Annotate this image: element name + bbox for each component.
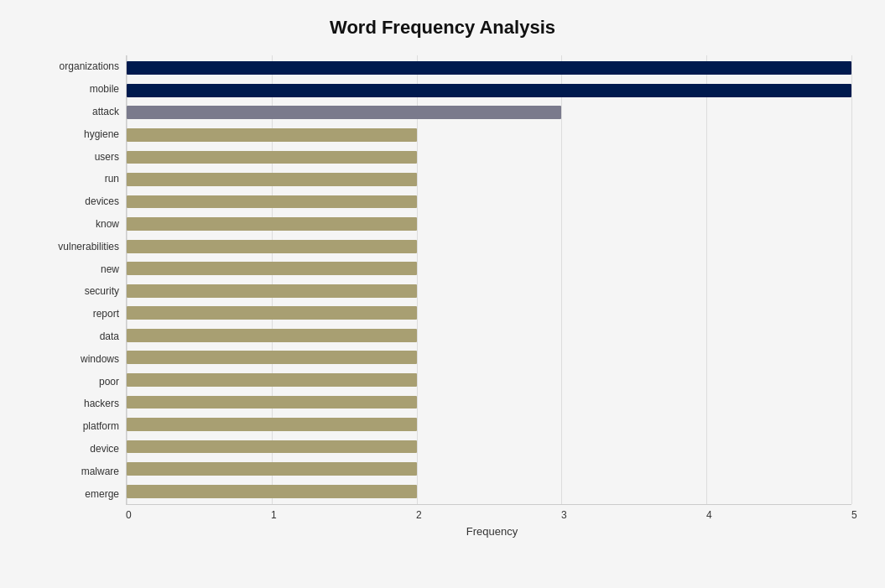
x-axis-tick-label: 5 xyxy=(851,509,857,521)
y-label: vulnerabilities xyxy=(58,242,119,252)
bar-row xyxy=(127,57,851,80)
bar xyxy=(127,240,417,253)
bar xyxy=(127,128,417,142)
bar-row xyxy=(127,325,851,347)
x-axis-tick-label: 4 xyxy=(706,509,712,521)
y-label: data xyxy=(100,331,119,341)
bar xyxy=(127,462,417,476)
x-axis-tick-label: 2 xyxy=(416,509,422,521)
bar-row xyxy=(127,458,851,481)
bar xyxy=(127,351,417,364)
bar xyxy=(127,217,417,231)
x-axis-tick-label: 1 xyxy=(271,509,277,521)
y-label: attack xyxy=(92,107,119,117)
y-label: security xyxy=(85,286,119,296)
y-label: users xyxy=(95,152,119,162)
bar xyxy=(127,485,417,498)
bar-row xyxy=(127,235,851,258)
bar xyxy=(127,151,417,164)
bar-row xyxy=(127,369,851,392)
y-labels: organizationsmobileattackhygieneusersrun… xyxy=(34,55,126,505)
y-label: hackers xyxy=(84,398,119,408)
bar-row xyxy=(127,435,851,458)
bar-row xyxy=(127,414,851,436)
bar-row xyxy=(127,80,851,102)
bar-row xyxy=(127,190,851,213)
bar xyxy=(127,329,417,342)
y-label: platform xyxy=(83,421,119,431)
y-label: devices xyxy=(85,196,119,206)
x-axis-title: Frequency xyxy=(133,525,851,538)
bar xyxy=(127,306,417,320)
y-label: poor xyxy=(99,377,119,387)
chart-container: Word Frequency Analysis organizationsmob… xyxy=(0,0,885,588)
y-label: know xyxy=(96,219,119,229)
y-label: run xyxy=(105,174,119,184)
bar xyxy=(127,195,417,209)
x-axis-labels: 012345 xyxy=(133,505,851,522)
x-axis-tick-label: 0 xyxy=(126,509,132,521)
bar-row xyxy=(127,213,851,236)
bar xyxy=(127,284,417,298)
chart-title: Word Frequency Analysis xyxy=(34,17,851,39)
bar-rows xyxy=(127,55,851,504)
bar-row xyxy=(127,302,851,325)
bar xyxy=(127,418,417,431)
bar xyxy=(127,84,851,97)
bar xyxy=(127,373,417,387)
bar-row xyxy=(127,279,851,302)
bar-row xyxy=(127,101,851,124)
y-label: new xyxy=(101,264,119,274)
bar-row xyxy=(127,124,851,147)
bar-row xyxy=(127,346,851,369)
y-label: malware xyxy=(81,466,119,476)
bar-row xyxy=(127,146,851,169)
x-axis-tick-label: 3 xyxy=(561,509,567,521)
y-label: mobile xyxy=(90,84,119,94)
grid-line xyxy=(851,55,852,504)
y-label: device xyxy=(90,444,119,454)
bar xyxy=(127,262,417,275)
bars-area: organizationsmobileattackhygieneusersrun… xyxy=(34,55,851,505)
bar xyxy=(127,173,417,186)
y-label: emerge xyxy=(85,489,119,499)
bar xyxy=(127,440,417,454)
bar xyxy=(127,106,561,119)
y-label: windows xyxy=(81,354,119,364)
bar-row xyxy=(127,391,851,414)
bar xyxy=(127,61,851,75)
y-label: organizations xyxy=(60,61,119,71)
bar xyxy=(127,396,417,409)
y-label: report xyxy=(93,309,119,319)
bar-row xyxy=(127,480,851,502)
bar-row xyxy=(127,258,851,280)
bar-row xyxy=(127,169,851,191)
bars-and-grid xyxy=(126,55,851,505)
y-label: hygiene xyxy=(84,129,119,139)
chart-body: organizationsmobileattackhygieneusersrun… xyxy=(34,55,851,538)
